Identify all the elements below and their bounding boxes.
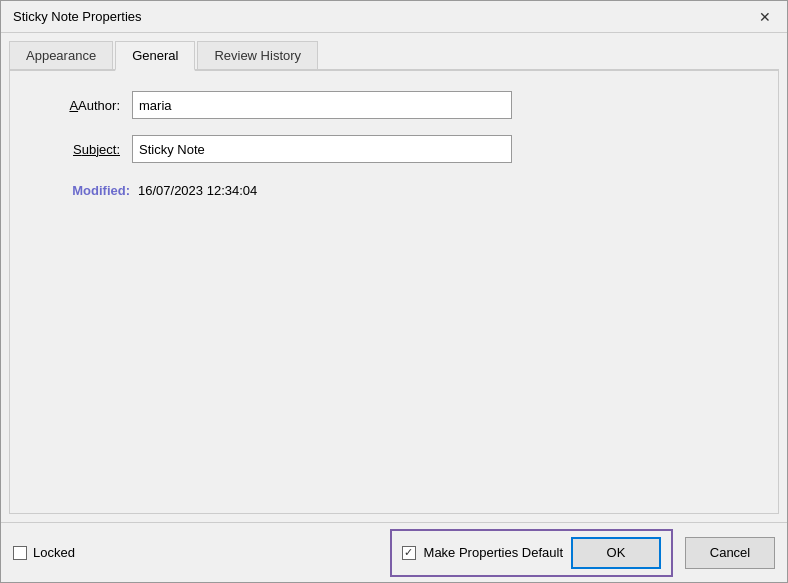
make-default-area: ✓ Make Properties Default OK <box>390 529 673 577</box>
author-group: AAuthor: <box>40 91 748 119</box>
subject-input[interactable] <box>132 135 512 163</box>
locked-checkbox[interactable] <box>13 546 27 560</box>
subject-label: Subject: <box>40 142 120 157</box>
ok-button[interactable]: OK <box>571 537 661 569</box>
modified-value: 16/07/2023 12:34:04 <box>138 183 257 198</box>
tab-general[interactable]: General <box>115 41 195 71</box>
locked-area: Locked <box>13 545 75 560</box>
make-default-label: Make Properties Default <box>424 545 563 560</box>
dialog-footer: Locked ✓ Make Properties Default OK Canc… <box>1 522 787 582</box>
cancel-button[interactable]: Cancel <box>685 537 775 569</box>
dialog-title: Sticky Note Properties <box>13 9 142 24</box>
tab-content-general: AAuthor: Subject: Modified: 16/07/2023 1… <box>9 71 779 514</box>
sticky-note-properties-dialog: Sticky Note Properties ✕ Appearance Gene… <box>0 0 788 583</box>
tab-bar: Appearance General Review History <box>9 41 779 71</box>
tab-review-history[interactable]: Review History <box>197 41 318 71</box>
dialog-body: Appearance General Review History AAutho… <box>1 33 787 522</box>
make-default-checkbox[interactable]: ✓ <box>402 546 416 560</box>
modified-row: Modified: 16/07/2023 12:34:04 <box>50 183 748 198</box>
author-label: AAuthor: <box>40 98 120 113</box>
tab-appearance[interactable]: Appearance <box>9 41 113 71</box>
subject-group: Subject: <box>40 135 748 163</box>
modified-label: Modified: <box>50 183 130 198</box>
locked-label: Locked <box>33 545 75 560</box>
close-button[interactable]: ✕ <box>755 7 775 27</box>
author-input[interactable] <box>132 91 512 119</box>
title-bar: Sticky Note Properties ✕ <box>1 1 787 33</box>
